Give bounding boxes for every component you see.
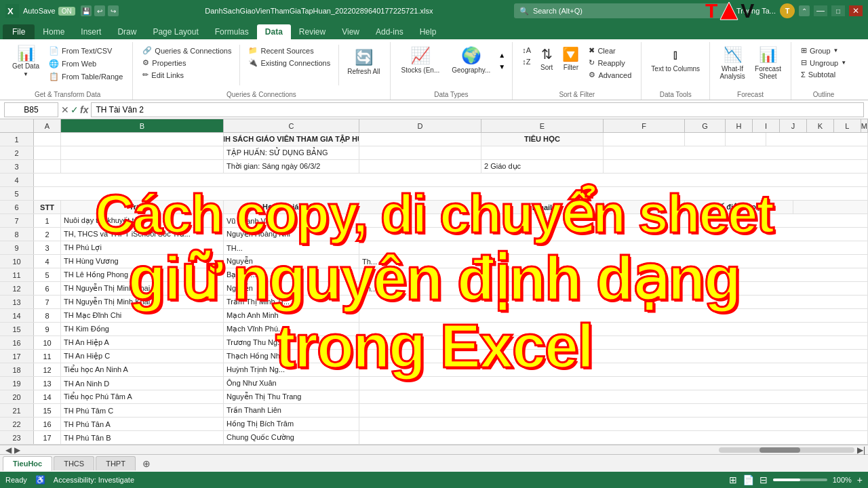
- scroll-left-button[interactable]: ◀: [5, 445, 12, 455]
- table-row: 18 12 Tiểu học An Ninh A Huỳnh Trịnh Ng.…: [0, 363, 868, 377]
- tab-view[interactable]: View: [334, 24, 368, 39]
- table-row: 11 5 TH Lê Hồng Phong Bạch V...: [0, 268, 868, 282]
- tab-help[interactable]: Help: [412, 24, 445, 39]
- filter-button[interactable]: 🔽 Filter: [558, 43, 583, 74]
- from-web-button[interactable]: 🌐 From Web: [45, 58, 127, 70]
- cell-reference-input[interactable]: [4, 102, 58, 117]
- sheet-tab-thpt[interactable]: THPT: [96, 456, 136, 470]
- col-header-h[interactable]: H: [726, 119, 753, 132]
- tab-insert[interactable]: Insert: [73, 24, 109, 39]
- autosave-toggle[interactable]: AutoSave ON: [23, 7, 75, 16]
- clear-button[interactable]: ✖ Clear: [585, 45, 635, 56]
- geography-button[interactable]: 🌍 Geography...: [446, 43, 496, 77]
- existing-connections-icon: 🔌: [248, 58, 258, 67]
- recent-sources-button[interactable]: 📁 Recent Sources: [244, 45, 334, 56]
- group-button[interactable]: ⊞ Group ▼: [797, 45, 850, 56]
- table-row: 10 4 TH Hùng Vương Nguyễn Th...: [0, 255, 868, 268]
- tab-draw[interactable]: Draw: [109, 24, 144, 39]
- col-header-j[interactable]: J: [780, 119, 807, 132]
- sort-az-button[interactable]: ↕A: [518, 45, 535, 56]
- col-header-i[interactable]: I: [753, 119, 780, 132]
- minimize-button[interactable]: —: [814, 5, 827, 16]
- sort-za-button[interactable]: ↕Z: [518, 56, 535, 67]
- cancel-formula-icon[interactable]: ✕: [61, 104, 69, 115]
- h-scroll-thumb[interactable]: [760, 447, 800, 453]
- search-icon: 🔍: [519, 7, 529, 16]
- properties-button[interactable]: ⚙ Properties: [138, 57, 235, 68]
- save-button[interactable]: 💾: [81, 5, 92, 16]
- search-bar[interactable]: 🔍 Search (Alt+Q): [514, 3, 731, 18]
- scroll-right-button[interactable]: ▶: [14, 445, 20, 455]
- edit-links-icon: ✏: [142, 70, 149, 79]
- existing-connections-button[interactable]: 🔌 Existing Connections: [244, 57, 334, 68]
- what-if-button[interactable]: 📉 What-IfAnalysis: [715, 43, 749, 83]
- svg-marker-2: [720, 2, 738, 20]
- forecast-group: 📉 What-IfAnalysis 📊 ForecastSheet Foreca…: [710, 42, 791, 100]
- tab-data[interactable]: Data: [257, 24, 291, 39]
- filter-icon: 🔽: [562, 46, 579, 62]
- col-header-k[interactable]: K: [807, 119, 834, 132]
- tab-add-ins[interactable]: Add-ins: [368, 24, 412, 39]
- tab-review[interactable]: Review: [291, 24, 334, 39]
- subtotal-button[interactable]: Σ Subtotal: [797, 69, 850, 80]
- ungroup-button[interactable]: ⊟ Ungroup ▼: [797, 57, 850, 68]
- tab-home[interactable]: Home: [35, 24, 73, 39]
- get-data-button[interactable]: 📊 Get Data ▼: [8, 43, 43, 80]
- col-header-a[interactable]: A: [34, 119, 61, 132]
- insert-function-icon[interactable]: fx: [80, 104, 88, 115]
- formula-input[interactable]: [91, 102, 864, 117]
- advanced-button[interactable]: ⚙ Advanced: [585, 69, 635, 81]
- normal-view-button[interactable]: ⊞: [729, 474, 737, 485]
- get-transform-group: 📊 Get Data ▼ 📄 From Text/CSV 🌐 From Web …: [3, 42, 133, 100]
- table-row: 7 1 Nuôi dạy trẻ khuyết tật Vũ Thanh Vin…: [0, 214, 868, 228]
- edit-links-button[interactable]: ✏ Edit Links: [138, 69, 235, 81]
- clear-icon: ✖: [589, 46, 595, 55]
- col-header-d[interactable]: D: [359, 119, 481, 132]
- tab-file[interactable]: File: [3, 24, 35, 39]
- sort-button[interactable]: ⇅ Sort: [536, 43, 557, 74]
- refresh-all-button[interactable]: 🔄 Refresh All: [343, 46, 384, 78]
- sheet-tab-thcs[interactable]: THCS: [54, 456, 94, 470]
- confirm-formula-icon[interactable]: ✓: [71, 104, 79, 115]
- col-header-m[interactable]: M: [861, 119, 868, 132]
- get-data-icon: 📊: [17, 46, 35, 61]
- queries-connections-button[interactable]: 🔗 Queries & Connections: [138, 45, 235, 56]
- reapply-button[interactable]: ↻ Reapply: [585, 57, 635, 68]
- zoom-slider[interactable]: [773, 479, 827, 481]
- from-text-button[interactable]: 📄 From Text/CSV: [45, 45, 127, 57]
- tab-page-layout[interactable]: Page Layout: [144, 24, 206, 39]
- from-table-button[interactable]: 📋 From Table/Range: [45, 70, 127, 83]
- scroll-end-button[interactable]: ▶|: [857, 445, 865, 455]
- tab-formulas[interactable]: Formulas: [207, 24, 257, 39]
- text-to-columns-button[interactable]: ⫾ Text to Columns: [647, 43, 704, 75]
- ungroup-icon: ⊟: [801, 58, 807, 67]
- undo-button[interactable]: ↩: [94, 5, 105, 16]
- maximize-button[interactable]: □: [831, 5, 845, 16]
- table-row: 16 10 TH An Hiệp A Trương Thu Ng...: [0, 336, 868, 350]
- data-type-less-button[interactable]: ▼: [497, 62, 507, 72]
- data-tools-group: ⫾ Text to Columns Data Tools: [642, 42, 710, 100]
- stocks-button[interactable]: 📈 Stocks (En...: [396, 43, 446, 77]
- close-window-button[interactable]: ✕: [849, 5, 863, 16]
- col-header-g[interactable]: G: [685, 119, 726, 132]
- sheet-tab-tieuhoc[interactable]: TieuHoc: [3, 456, 52, 471]
- from-web-icon: 🌐: [49, 59, 59, 68]
- horizontal-scrollbar[interactable]: ◀ ▶ ▶|: [0, 445, 868, 454]
- col-header-c[interactable]: C: [224, 119, 359, 132]
- col-header-b[interactable]: B: [61, 119, 224, 132]
- zoom-in-button[interactable]: +: [857, 474, 863, 485]
- sort-filter-group: ↕A ↕Z ⇅ Sort 🔽 Filter ✖ Clear ↻: [513, 42, 642, 100]
- col-header-l[interactable]: L: [834, 119, 861, 132]
- redo-button[interactable]: ↪: [108, 5, 119, 16]
- page-layout-view-button[interactable]: 📄: [743, 474, 754, 485]
- page-break-view-button[interactable]: ⊟: [760, 474, 768, 485]
- col-header-f[interactable]: F: [604, 119, 685, 132]
- table-row: 5: [0, 187, 868, 201]
- col-header-e[interactable]: E: [481, 119, 604, 132]
- forecast-sheet-button[interactable]: 📊 ForecastSheet: [751, 43, 785, 83]
- add-sheet-button[interactable]: ⊕: [137, 455, 156, 472]
- sheet-tabs: TieuHoc THCS THPT ⊕: [0, 454, 868, 472]
- advanced-icon: ⚙: [589, 70, 595, 79]
- data-type-more-button[interactable]: ▲: [497, 50, 507, 60]
- h-scroll-track[interactable]: [719, 447, 854, 453]
